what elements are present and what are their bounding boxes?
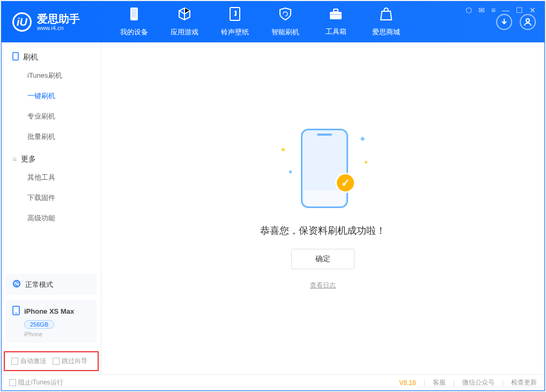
feedback-icon[interactable]: ✉	[478, 6, 485, 14]
sidebar-item-other-tools[interactable]: 其他工具	[2, 167, 101, 188]
svg-rect-7	[13, 53, 18, 60]
version-label: V8.16	[399, 379, 416, 387]
svg-rect-3	[330, 12, 342, 19]
svg-rect-5	[330, 14, 342, 15]
check-update-link[interactable]: 检查更新	[511, 378, 537, 387]
device-type: iPhone	[24, 331, 90, 337]
sparkle-icon	[282, 148, 285, 151]
maximize-icon[interactable]: ☐	[516, 6, 523, 14]
sync-icon	[12, 279, 21, 290]
svg-point-6	[526, 19, 529, 22]
device-small-icon	[12, 52, 19, 62]
svg-point-8	[13, 280, 20, 287]
app-subtitle: www.i4.cn	[37, 25, 80, 31]
checkbox-auto-activate[interactable]: 自动激活	[11, 357, 46, 366]
checkbox-icon	[11, 358, 18, 365]
success-message: 恭喜您，保资料刷机成功啦！	[260, 224, 386, 237]
checkmark-badge-icon: ✓	[335, 173, 356, 193]
shirt-icon[interactable]: ⬡	[466, 6, 472, 14]
app-logo: iU 爱思助手 www.i4.cn	[2, 12, 109, 32]
svg-rect-2	[230, 8, 240, 20]
flash-options-row: 自动激活 跳过向导	[4, 351, 99, 371]
nav-store[interactable]: 爱思商城	[361, 2, 411, 42]
mode-label: 正常模式	[25, 280, 53, 290]
toolbox-icon	[329, 8, 343, 24]
sidebar-item-itunes-flash[interactable]: iTunes刷机	[2, 65, 101, 86]
device-capacity: 256GB	[24, 320, 54, 329]
sidebar-item-pro-flash[interactable]: 专业刷机	[2, 106, 101, 127]
phone-illustration-icon	[301, 129, 348, 208]
download-button[interactable]	[496, 14, 512, 30]
sparkle-icon	[365, 161, 367, 164]
sidebar-item-download-fw[interactable]: 下载固件	[2, 188, 101, 208]
minimize-icon[interactable]: —	[502, 6, 510, 14]
view-log-link[interactable]: 查看日志	[310, 281, 336, 290]
sidebar-item-oneclick-flash[interactable]: 一键刷机	[2, 86, 101, 106]
checkbox-skip-guide[interactable]: 跳过向导	[53, 357, 87, 366]
device-mode-panel[interactable]: 正常模式	[6, 274, 97, 295]
music-icon	[228, 7, 241, 24]
support-link[interactable]: 客服	[433, 378, 446, 387]
sidebar-group-flash: 刷机	[2, 45, 101, 65]
bag-icon	[380, 7, 393, 24]
sparkle-icon	[289, 170, 292, 174]
user-button[interactable]	[520, 14, 536, 30]
svg-rect-4	[334, 9, 338, 12]
sidebar-item-batch-flash[interactable]: 批量刷机	[2, 127, 101, 147]
menu-icon[interactable]: ≡	[491, 6, 496, 14]
device-icon	[128, 7, 140, 24]
close-icon[interactable]: ✕	[529, 6, 536, 14]
svg-point-10	[16, 313, 17, 314]
sidebar-item-advanced[interactable]: 高级功能	[2, 208, 101, 228]
app-title: 爱思助手	[37, 13, 80, 25]
logo-icon: iU	[12, 12, 32, 32]
list-icon: ≡	[12, 155, 17, 164]
checkbox-icon	[9, 379, 16, 386]
device-info-panel[interactable]: iPhone XS Max 256GB iPhone	[6, 300, 97, 343]
cube-icon	[178, 7, 191, 24]
sparkle-icon	[360, 137, 365, 141]
nav-apps-games[interactable]: 应用游戏	[159, 2, 210, 42]
success-illustration: ✓	[277, 127, 368, 212]
svg-rect-1	[131, 9, 137, 18]
phone-icon	[12, 306, 20, 317]
checkbox-icon	[53, 358, 60, 365]
nav-ringtones[interactable]: 铃声壁纸	[210, 2, 260, 42]
device-name: iPhone XS Max	[24, 307, 74, 315]
shield-sync-icon	[278, 7, 292, 24]
sidebar-group-more: ≡ 更多	[2, 147, 101, 167]
ok-button[interactable]: 确定	[291, 249, 355, 269]
nav-toolbox[interactable]: 工具箱	[311, 2, 361, 42]
checkbox-stop-itunes[interactable]: 阻止iTunes运行	[9, 378, 63, 387]
nav-my-device[interactable]: 我的设备	[109, 2, 159, 42]
wechat-link[interactable]: 微信公众号	[462, 378, 495, 387]
nav-flash[interactable]: 智能刷机	[260, 2, 311, 42]
